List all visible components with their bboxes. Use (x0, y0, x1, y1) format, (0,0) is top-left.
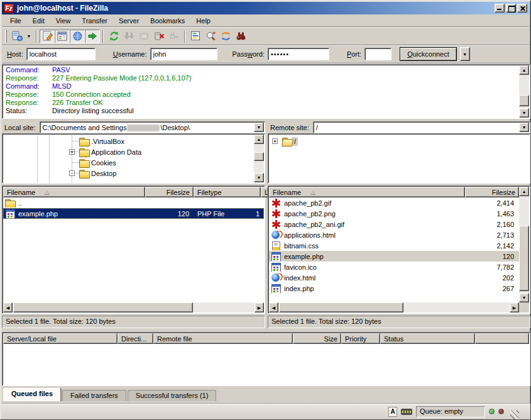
find-files-button[interactable] (233, 30, 248, 43)
scroll-thumb[interactable] (279, 302, 403, 312)
scroll-down-button[interactable]: ▼ (519, 293, 529, 302)
scroll-left-button[interactable]: ◀ (269, 302, 278, 312)
scroll-thumb[interactable] (519, 95, 529, 106)
scroll-thumb[interactable] (254, 152, 264, 161)
menu-transfer[interactable]: Transfer (76, 16, 113, 26)
scroll-thumb[interactable] (13, 302, 193, 312)
remote-list-scrollbar[interactable]: ▲ ▼ (519, 187, 529, 302)
file-row[interactable]: applications.html2,713 (269, 229, 519, 240)
refresh-button[interactable] (106, 30, 121, 43)
speed-limits-icon[interactable] (401, 409, 412, 415)
disconnect-icon (153, 30, 165, 42)
menu-help[interactable]: Help (190, 16, 216, 26)
tree-expander[interactable]: - (69, 170, 75, 176)
column-header-filesize[interactable]: Filesize (465, 187, 519, 197)
tree-expander[interactable]: + (69, 149, 75, 155)
file-row[interactable]: bitnami.css2,142 (269, 240, 519, 251)
directory-comparison-button[interactable] (203, 30, 218, 43)
column-header-filesize[interactable]: Filesize (145, 187, 194, 197)
file-row[interactable]: index.html202 (269, 272, 519, 283)
menu-edit[interactable]: Edit (27, 16, 50, 26)
sort-ascending-icon (310, 190, 315, 194)
combo-dropdown-button[interactable]: ▼ (519, 123, 529, 132)
column-header-filetype[interactable]: Filetype (194, 187, 261, 197)
username-input[interactable] (150, 48, 217, 60)
close-button[interactable] (517, 4, 527, 13)
disconnect-button[interactable] (151, 30, 167, 43)
file-row[interactable]: index.php267 (269, 283, 519, 294)
toggle-message-log-button[interactable] (40, 30, 55, 43)
file-row[interactable]: .. (3, 197, 264, 208)
file-row[interactable]: apache_pb2_ani.gif2,160 (269, 219, 519, 229)
redacted-username (127, 124, 160, 131)
scroll-thumb[interactable] (519, 226, 529, 291)
scroll-up-button[interactable]: ▲ (519, 187, 529, 196)
tree-item[interactable]: Cookies (69, 157, 118, 168)
column-header-size[interactable]: Size (293, 333, 341, 344)
resize-grip[interactable] (510, 411, 519, 419)
file-row[interactable]: example.php 120 PHP File 1 (3, 208, 264, 219)
file-row[interactable]: favicon.ico7,782 (269, 262, 519, 272)
column-header-priority[interactable]: Priority (341, 333, 380, 344)
local-list-hscrollbar[interactable]: ◀ ▶ (3, 302, 264, 312)
column-header-remote-file[interactable]: Remote file (153, 333, 293, 344)
column-header-status[interactable]: Status (380, 333, 475, 344)
maximize-button[interactable] (506, 4, 516, 13)
tree-item[interactable]: .VirtualBox (69, 136, 126, 146)
scroll-down-button[interactable]: ▼ (519, 108, 529, 118)
column-header-direction[interactable]: Directi... (118, 333, 153, 344)
file-row[interactable]: apache_pb2.png1,463 (269, 208, 519, 219)
port-input[interactable] (364, 48, 391, 60)
quickconnect-dropdown-button[interactable]: ▼ (460, 47, 470, 61)
quickconnect-button[interactable]: Quickconnect (400, 47, 457, 61)
username-label: Username: (113, 50, 147, 58)
directory-listing-filters-button[interactable] (188, 30, 203, 43)
scroll-right-button[interactable]: ▶ (255, 302, 264, 312)
file-row[interactable]: apache_pb2.gif2,414 (269, 197, 519, 208)
tab-failed-transfers[interactable]: Failed transfers (62, 390, 126, 401)
menu-file[interactable]: File (4, 16, 27, 26)
activity-led-red (498, 409, 504, 414)
appfile-icon (271, 252, 281, 261)
local-path-combobox[interactable]: C:\Documents and Settings\Desktop\ ▼ (40, 121, 265, 133)
column-header-filename[interactable]: Filename (269, 187, 465, 197)
html-icon (271, 231, 281, 240)
column-header-filename[interactable]: Filename (3, 187, 145, 197)
column-header-server-local-file[interactable]: Server/Local file (3, 333, 118, 344)
tree-item[interactable]: + / (272, 136, 298, 146)
password-input[interactable] (268, 48, 329, 60)
combo-dropdown-button[interactable]: ▼ (254, 123, 264, 132)
synchronized-browsing-button[interactable] (218, 30, 233, 43)
log-line: Response:227 Entering Passive Mode (127,… (6, 74, 517, 82)
minimize-button[interactable] (495, 4, 505, 13)
toolbar-grip (5, 30, 7, 43)
menu-server[interactable]: Server (113, 16, 145, 26)
tab-queued-files[interactable]: Queued files (3, 388, 61, 401)
remote-path-combobox[interactable]: / ▼ (313, 121, 530, 133)
menu-view[interactable]: View (50, 16, 77, 26)
toggle-remote-tree-button[interactable] (70, 30, 85, 43)
host-input[interactable] (26, 48, 96, 60)
toggle-transfer-queue-button[interactable] (85, 30, 100, 43)
menu-bookmarks[interactable]: Bookmarks (145, 16, 190, 26)
local-tree-scrollbar[interactable]: ▲ ▼ (254, 135, 264, 182)
process-queue-icon (123, 30, 135, 42)
scroll-down-button[interactable]: ▼ (254, 173, 264, 182)
scroll-left-button[interactable]: ◀ (3, 302, 13, 312)
tab-successful-transfers[interactable]: Successful transfers (1) (128, 390, 217, 401)
scroll-right-button[interactable]: ▶ (510, 302, 519, 312)
transfer-queue-list[interactable] (3, 344, 529, 385)
file-row[interactable]: example.php120 (269, 251, 519, 262)
title-bar[interactable]: Fz john@localhost - FileZilla (2, 2, 529, 14)
toggle-local-tree-button[interactable] (55, 30, 70, 43)
site-manager-button[interactable] (9, 30, 25, 43)
tree-item[interactable]: + Application Data (69, 146, 143, 157)
tree-item[interactable]: - Desktop (69, 168, 118, 179)
tree-expander[interactable]: + (272, 138, 278, 144)
scroll-up-button[interactable]: ▲ (519, 65, 529, 75)
remote-list-hscrollbar[interactable]: ◀ ▶ (269, 302, 519, 312)
activity-led-green (489, 409, 495, 414)
site-manager-dropdown-button[interactable]: ▼ (25, 30, 33, 43)
log-scrollbar[interactable]: ▲ ▼ (519, 65, 529, 118)
scroll-up-button[interactable]: ▲ (254, 135, 264, 144)
